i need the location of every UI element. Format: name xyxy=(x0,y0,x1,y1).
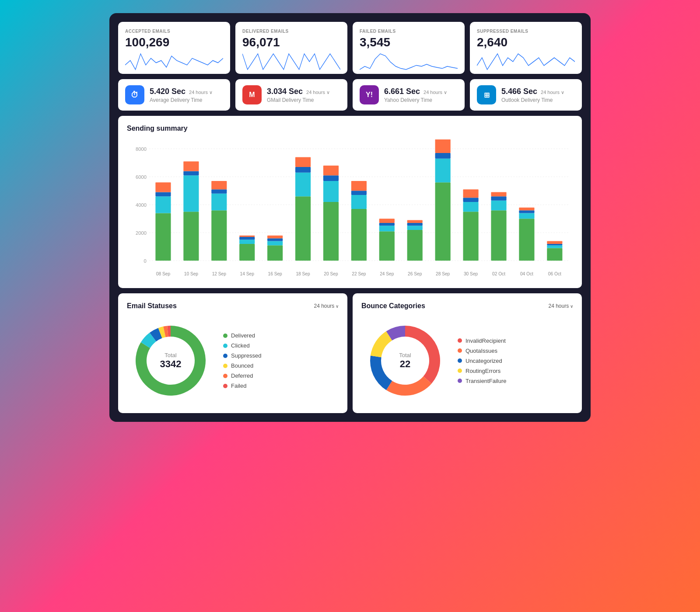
svg-rect-32 xyxy=(267,238,283,241)
svg-rect-47 xyxy=(351,191,367,195)
bottom-row: Email Statuses 24 hours Total 3342 Deliv… xyxy=(118,293,582,413)
bounce-categories-header: Bounce Categories 24 hours xyxy=(361,302,573,310)
svg-rect-28 xyxy=(239,236,255,237)
svg-rect-80 xyxy=(547,248,562,261)
stat-card-delivered: DELIVERED EMAILS96,071 xyxy=(235,22,347,74)
delivery-card-average: ⏱5.420 Sec24 hours ∨Average Delivery Tim… xyxy=(118,79,230,111)
svg-text:12 Sep: 12 Sep xyxy=(212,271,226,276)
svg-text:4000: 4000 xyxy=(136,202,147,207)
svg-rect-78 xyxy=(519,208,534,210)
legend-label: InvalidRecipient xyxy=(466,337,506,344)
legend-label: TransientFailure xyxy=(466,378,506,384)
svg-rect-36 xyxy=(295,173,311,196)
stat-label-delivered: DELIVERED EMAILS xyxy=(242,29,340,34)
svg-rect-82 xyxy=(547,244,562,245)
svg-rect-35 xyxy=(295,196,311,261)
stat-label-suppressed: SUPPRESSED EMAILS xyxy=(477,29,575,34)
svg-rect-26 xyxy=(239,240,255,244)
svg-rect-76 xyxy=(519,213,534,219)
legend-item: Delivered xyxy=(223,332,261,339)
delivery-time-badge-yahoo[interactable]: 24 hours ∨ xyxy=(424,90,447,95)
legend-item: Clicked xyxy=(223,342,261,349)
svg-text:22 Sep: 22 Sep xyxy=(352,271,366,276)
svg-rect-41 xyxy=(323,181,339,202)
delivery-info-outlook: 5.466 Sec24 hours ∨Outlook Delivery Time xyxy=(501,87,575,103)
svg-rect-23 xyxy=(211,181,227,189)
legend-label: Suppressed xyxy=(231,352,261,359)
bounce-categories-title: Bounce Categories xyxy=(361,302,425,310)
svg-rect-83 xyxy=(547,241,562,244)
svg-rect-30 xyxy=(267,245,283,261)
delivery-top-line-gmail: 3.034 Sec24 hours ∨ xyxy=(267,87,340,96)
legend-item: Deferred xyxy=(223,372,261,379)
bar-chart-svg: 0200040006000800008 Sep10 Sep12 Sep14 Se… xyxy=(127,139,573,279)
svg-rect-45 xyxy=(351,209,367,261)
svg-rect-50 xyxy=(379,231,395,261)
svg-rect-27 xyxy=(239,237,255,240)
svg-text:10 Sep: 10 Sep xyxy=(184,271,198,276)
delivery-value-gmail: 3.034 Sec xyxy=(267,87,303,96)
email-statuses-donut-center: Total 3342 xyxy=(160,352,182,370)
svg-rect-81 xyxy=(547,245,562,248)
delivery-value-average: 5.420 Sec xyxy=(150,87,186,96)
email-statuses-donut-container: Total 3342 xyxy=(127,317,214,404)
legend-dot xyxy=(458,348,462,353)
svg-rect-40 xyxy=(323,202,339,261)
legend-dot xyxy=(458,358,462,363)
email-statuses-time-badge[interactable]: 24 hours xyxy=(314,303,339,309)
svg-rect-72 xyxy=(491,196,506,201)
delivery-time-badge-outlook[interactable]: 24 hours ∨ xyxy=(541,90,564,95)
legend-item: Suppressed xyxy=(223,352,261,359)
svg-rect-31 xyxy=(267,241,283,246)
stat-value-accepted: 100,269 xyxy=(125,35,223,49)
legend-label: Failed xyxy=(231,382,246,389)
svg-rect-16 xyxy=(183,175,199,212)
delivery-card-gmail: M3.034 Sec24 hours ∨GMail Delivery Time xyxy=(235,79,347,111)
delivery-icon-outlook: ⊞ xyxy=(477,85,496,104)
stat-value-delivered: 96,071 xyxy=(242,35,340,49)
delivery-info-gmail: 3.034 Sec24 hours ∨GMail Delivery Time xyxy=(267,87,340,103)
svg-rect-75 xyxy=(519,219,534,261)
svg-rect-66 xyxy=(463,202,479,212)
delivery-icon-average: ⏱ xyxy=(125,85,144,104)
sending-summary-title: Sending summary xyxy=(127,125,573,132)
delivery-info-average: 5.420 Sec24 hours ∨Average Delivery Time xyxy=(150,87,223,103)
email-statuses-section: Email Statuses 24 hours Total 3342 Deliv… xyxy=(118,293,347,413)
legend-item: Uncategorized xyxy=(458,358,506,364)
email-statuses-legend: DeliveredClickedSuppressedBouncedDeferre… xyxy=(223,332,261,389)
bounce-categories-donut-container: Total 22 xyxy=(361,317,449,404)
svg-rect-60 xyxy=(435,182,451,261)
svg-text:2000: 2000 xyxy=(136,230,147,235)
svg-rect-37 xyxy=(295,167,311,173)
legend-item: Failed xyxy=(223,382,261,389)
bounce-categories-time-badge[interactable]: 24 hours xyxy=(549,303,573,309)
delivery-name-yahoo: Yahoo Delivery Time xyxy=(384,97,458,103)
delivery-time-badge-average[interactable]: 24 hours ∨ xyxy=(189,90,213,95)
bounce-categories-legend: InvalidRecipientQuotaIssuesUncategorized… xyxy=(458,337,506,384)
legend-label: Deferred xyxy=(231,372,253,379)
legend-item: RoutingErrors xyxy=(458,368,506,374)
delivery-value-yahoo: 6.661 Sec xyxy=(384,87,420,96)
delivery-value-outlook: 5.466 Sec xyxy=(501,87,537,96)
legend-item: Bounced xyxy=(223,362,261,369)
stat-value-failed: 3,545 xyxy=(360,35,458,49)
svg-rect-42 xyxy=(323,175,339,181)
legend-dot xyxy=(223,384,228,388)
legend-dot xyxy=(223,334,228,338)
svg-rect-21 xyxy=(211,194,227,210)
svg-rect-15 xyxy=(183,212,199,261)
svg-text:30 Sep: 30 Sep xyxy=(464,271,478,276)
delivery-info-yahoo: 6.661 Sec24 hours ∨Yahoo Delivery Time xyxy=(384,87,458,103)
top-stats-row: ACCEPTED EMAILS100,269 DELIVERED EMAILS9… xyxy=(118,22,582,74)
svg-rect-20 xyxy=(211,210,227,261)
legend-label: Delivered xyxy=(231,332,255,339)
delivery-name-gmail: GMail Delivery Time xyxy=(267,97,340,103)
email-statuses-total-value: 3342 xyxy=(160,358,182,370)
delivery-icon-yahoo: Y! xyxy=(360,85,379,104)
legend-dot xyxy=(223,374,228,378)
legend-dot xyxy=(458,369,462,373)
legend-dot xyxy=(458,379,462,383)
legend-dot xyxy=(223,344,228,348)
svg-text:26 Sep: 26 Sep xyxy=(408,271,422,276)
delivery-time-badge-gmail[interactable]: 24 hours ∨ xyxy=(306,90,330,95)
